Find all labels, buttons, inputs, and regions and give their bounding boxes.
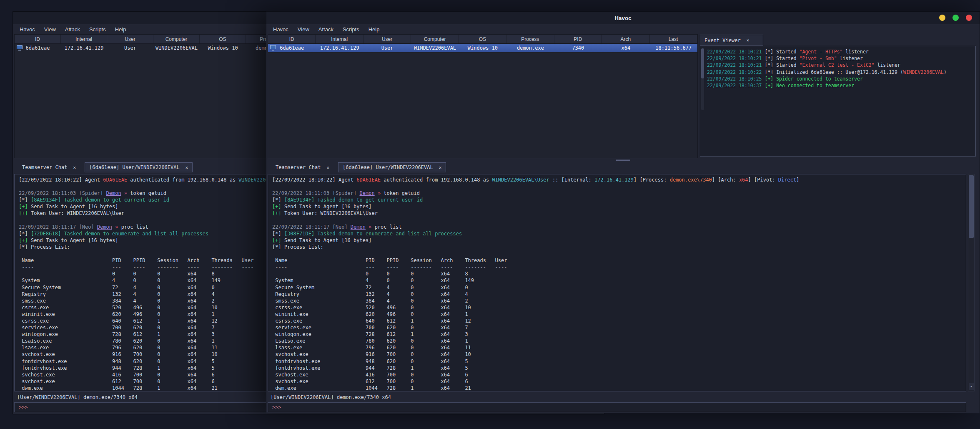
havoc-window[interactable]: Havoc HavocViewAttackScriptsHelp IDInter… xyxy=(266,11,980,413)
process-list-line: 0 0 0 x64 8 xyxy=(272,270,966,277)
pane-splitter[interactable] xyxy=(266,158,980,161)
tab-label: [6da61eae] User/WINDEV2206EVAL xyxy=(89,164,180,170)
column-header-process[interactable]: Process xyxy=(506,35,554,43)
console-line: 22/09/2022 18:10:37 [+] Neo connected to… xyxy=(707,82,972,89)
console-line: [*] [308F71DE] Tasked demon to enumerate… xyxy=(272,230,966,237)
session-row[interactable]: 6da61eae172.16.41.129UserWINDEV2206EVALW… xyxy=(268,44,697,52)
titlebar[interactable]: Havoc xyxy=(266,12,980,24)
process-list-line: svchost.exe 916 700 0 x64 10 xyxy=(272,351,966,358)
column-header-internal[interactable]: Internal xyxy=(316,35,363,43)
event-log[interactable]: 22/09/2022 18:10:21 [*] Started "Agent -… xyxy=(700,46,976,156)
process-list-line: Registry 132 4 0 x64 4 xyxy=(272,291,966,298)
scrollbar-thumb[interactable] xyxy=(969,175,974,238)
status-text: [User/WINDEV2206EVAL] demon.exe/7340 x64 xyxy=(271,394,391,400)
event-viewer: Event Viewer ✕ 22/09/2022 18:10:21 [*] S… xyxy=(700,35,976,156)
session-table[interactable]: IDInternalUserComputerOSProcessPIDArchLa… xyxy=(268,34,698,158)
process-list-line: smss.exe 384 4 0 x64 2 xyxy=(272,298,966,304)
session-cell: Windows 10 xyxy=(459,44,506,52)
column-header-user[interactable]: User xyxy=(107,35,153,43)
close-icon[interactable]: ✕ xyxy=(73,165,76,170)
zoom-button[interactable] xyxy=(952,15,959,21)
tab-label: Teamserver Chat xyxy=(22,164,67,170)
column-header-id[interactable]: ID xyxy=(268,35,316,43)
status-text: [User/WINDEV2206EVAL] demon.exe/7340 x64 xyxy=(17,394,138,400)
console-line: 22/09/2022 18:11:03 [Spider] Demon » tok… xyxy=(272,190,966,197)
close-icon[interactable]: ✕ xyxy=(747,38,749,43)
window-title: Havoc xyxy=(614,15,632,21)
arrow-down-icon: ▾ xyxy=(970,384,972,389)
menu-item-havoc[interactable]: Havoc xyxy=(268,25,293,34)
process-list-line: lsass.exe 796 620 0 x64 11 xyxy=(272,344,966,351)
console-line: [+] Send Task to Agent [16 bytes] xyxy=(272,203,966,210)
console-tab[interactable]: [6da61eae] User/WINDEV2206EVAL✕ xyxy=(338,162,446,172)
console-tab[interactable]: Teamserver Chat✕ xyxy=(18,162,80,172)
console-line xyxy=(272,217,966,224)
computer-icon xyxy=(17,45,23,49)
menu-item-attack[interactable]: Attack xyxy=(314,25,338,34)
close-icon[interactable]: ✕ xyxy=(439,165,442,170)
session-cell: demon.exe xyxy=(506,44,554,52)
console-line: 22/09/2022 18:10:25 [+] Spider connected… xyxy=(707,76,972,82)
column-header-last[interactable]: Last xyxy=(650,35,697,43)
console-line: [+] Send Task to Agent [16 bytes] xyxy=(272,237,966,244)
console-line: 22/09/2022 18:10:21 [*] Started "Externa… xyxy=(707,62,972,68)
console-line: [+] Token User: WINDEV2206EVAL\User xyxy=(272,210,966,217)
close-icon[interactable]: ✕ xyxy=(185,165,188,170)
column-header-id[interactable]: ID xyxy=(15,35,61,43)
command-input[interactable]: >>> xyxy=(268,402,966,412)
column-header-computer[interactable]: Computer xyxy=(411,35,459,43)
window-controls xyxy=(939,15,972,21)
menu-item-scripts[interactable]: Scripts xyxy=(338,25,364,34)
menu-item-havoc[interactable]: Havoc xyxy=(15,25,40,34)
menu-item-help[interactable]: Help xyxy=(110,25,131,34)
session-cell: Windows 10 xyxy=(200,44,246,52)
column-header-os[interactable]: OS xyxy=(200,35,246,43)
session-cell: 6da61eae xyxy=(15,44,61,52)
agent-console[interactable]: [22/09/2022 18:10:22] Agent 6DA61EAE aut… xyxy=(268,174,966,391)
column-header-pid[interactable]: PID xyxy=(554,35,602,43)
column-header-computer[interactable]: Computer xyxy=(153,35,200,43)
process-list-line: csrss.exe 520 496 0 x64 10 xyxy=(272,304,966,311)
close-icon[interactable]: ✕ xyxy=(326,165,329,170)
process-list-line: svchost.exe 416 700 0 x64 6 xyxy=(272,371,966,378)
minimize-button[interactable] xyxy=(939,15,945,21)
process-list-line: LsaIso.exe 780 620 0 x64 1 xyxy=(272,338,966,344)
scrollbar-thumb[interactable] xyxy=(701,48,704,78)
process-list-line: Secure System 72 4 0 x64 0 xyxy=(272,284,966,291)
menu-item-view[interactable]: View xyxy=(40,25,60,34)
tab-label: Event Viewer xyxy=(704,38,741,43)
console-line: 22/09/2022 18:10:21 [*] Started "Pivot -… xyxy=(707,55,972,62)
event-scrollbar[interactable] xyxy=(701,48,704,110)
splitter-grip-icon xyxy=(616,159,630,161)
menu-item-help[interactable]: Help xyxy=(364,25,384,34)
console-tabs: Teamserver Chat✕[6da61eae] User/WINDEV22… xyxy=(268,161,978,174)
event-viewer-tab[interactable]: Event Viewer ✕ xyxy=(700,35,763,46)
console-line xyxy=(272,183,966,190)
console-line: [*] [8AE9134F] Tasked demon to get curre… xyxy=(272,197,966,203)
process-list-line: Name PID PPID Session Arch Threads User xyxy=(272,257,966,264)
column-header-arch[interactable]: Arch xyxy=(602,35,649,43)
menu-item-scripts[interactable]: Scripts xyxy=(85,25,110,34)
console-line: 22/09/2022 18:10:22 [*] Initialized 6da6… xyxy=(707,69,972,76)
session-cell: 6da61eae xyxy=(268,44,316,52)
session-cell: 172.16.41.129 xyxy=(316,44,363,52)
console-line: [22/09/2022 18:10:22] Agent 6DA61EAE aut… xyxy=(272,177,966,183)
menu-item-view[interactable]: View xyxy=(293,25,314,34)
process-list-line: System 4 0 0 x64 149 xyxy=(272,277,966,284)
console-tab[interactable]: Teamserver Chat✕ xyxy=(271,162,334,172)
tab-label: [6da61eae] User/WINDEV2206EVAL xyxy=(343,164,433,170)
process-list-line: wininit.exe 620 496 0 x64 1 xyxy=(272,311,966,318)
menubar: HavocViewAttackScriptsHelp xyxy=(266,24,980,34)
session-cell: User xyxy=(107,44,153,52)
console-scrollbar[interactable]: ▾ xyxy=(968,174,975,391)
scroll-bottom-button[interactable]: ▾ xyxy=(969,383,974,390)
close-button[interactable] xyxy=(966,15,972,21)
prompt-text: >>> xyxy=(19,404,28,410)
process-list-line: winlogon.exe 728 612 1 x64 3 xyxy=(272,331,966,338)
column-header-internal[interactable]: Internal xyxy=(61,35,107,43)
process-list-line: fontdrvhost.exe 944 728 1 x64 5 xyxy=(272,365,966,371)
column-header-os[interactable]: OS xyxy=(459,35,506,43)
console-tab[interactable]: [6da61eae] User/WINDEV2206EVAL✕ xyxy=(85,162,193,172)
column-header-user[interactable]: User xyxy=(363,35,411,43)
menu-item-attack[interactable]: Attack xyxy=(60,25,85,34)
